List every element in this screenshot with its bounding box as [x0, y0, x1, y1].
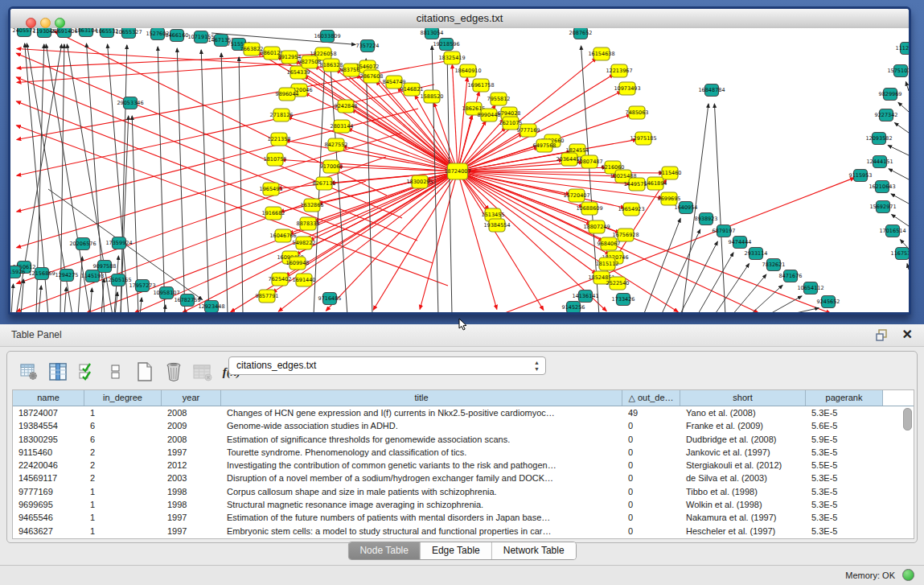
table-row[interactable]: 1830029562008Estimation of significance …: [13, 433, 914, 446]
new-table-icon[interactable]: [134, 361, 155, 382]
network-node[interactable]: 10654112: [797, 282, 823, 295]
network-edge[interactable]: [714, 104, 725, 312]
tab-network-table[interactable]: Network Table: [492, 542, 576, 559]
network-node[interactable]: 9857791: [256, 290, 279, 303]
network-node[interactable]: 1221358: [268, 133, 291, 146]
network-node[interactable]: 1112804: [896, 43, 909, 55]
network-node[interactable]: 16154638: [588, 47, 614, 60]
tab-node-table[interactable]: Node Table: [348, 542, 421, 559]
network-edge[interactable]: [898, 102, 909, 112]
network-edge[interactable]: [643, 218, 680, 312]
network-edge[interactable]: [64, 287, 66, 312]
network-node[interactable]: 9684067: [598, 237, 621, 250]
network-edge[interactable]: [891, 194, 909, 204]
tab-edge-table[interactable]: Edge Table: [421, 542, 492, 559]
network-node[interactable]: 16033809: [314, 31, 340, 43]
network-edge[interactable]: [458, 171, 497, 309]
network-edge[interactable]: [697, 253, 733, 312]
network-node[interactable]: 6497568: [533, 139, 556, 152]
network-edge[interactable]: [661, 229, 700, 312]
network-node[interactable]: 9716485: [318, 293, 342, 305]
select-all-rows-icon[interactable]: [76, 361, 97, 382]
network-node-hub[interactable]: 18724007: [444, 163, 470, 179]
network-edge[interactable]: [458, 171, 831, 312]
network-edge[interactable]: [785, 308, 819, 312]
network-node[interactable]: 2718126: [270, 109, 294, 122]
network-node[interactable]: 18640910: [454, 64, 481, 77]
network-node[interactable]: 2867608: [360, 70, 384, 83]
network-edge[interactable]: [17, 133, 402, 248]
network-node[interactable]: 1588520: [421, 90, 444, 103]
network-node[interactable]: 2522540: [606, 277, 630, 290]
network-node[interactable]: 17359924: [105, 237, 132, 249]
network-node[interactable]: 15692971: [869, 201, 896, 213]
network-node[interactable]: 7357224: [356, 40, 380, 52]
network-node[interactable]: 8267130: [313, 177, 336, 190]
network-node[interactable]: 1640954: [675, 202, 698, 214]
network-node[interactable]: 1609948: [286, 257, 310, 270]
network-edge[interactable]: [680, 241, 717, 312]
window-titlebar[interactable]: citations_edges.txt: [10, 9, 909, 29]
network-node[interactable]: 18807249: [583, 220, 610, 233]
network-node[interactable]: 12975185: [630, 132, 656, 145]
table-row[interactable]: 1872400712008Changes of HCN gene express…: [13, 406, 914, 419]
close-panel-icon[interactable]: ✕: [902, 327, 913, 342]
network-edge[interactable]: [888, 145, 909, 155]
network-node[interactable]: 15751074: [887, 65, 909, 77]
table-scrollbar-thumb[interactable]: [903, 408, 912, 431]
network-edge[interactable]: [177, 48, 185, 312]
table-settings-icon[interactable]: [18, 361, 39, 382]
network-edge[interactable]: [767, 296, 802, 312]
network-node[interactable]: 1294275: [55, 270, 79, 282]
network-node[interactable]: 12093582: [865, 133, 892, 145]
network-edge[interactable]: [895, 123, 909, 133]
table-row[interactable]: 911546021997Tourette syndrome. Phenomeno…: [13, 446, 914, 459]
network-node[interactable]: 17957273: [129, 280, 155, 292]
network-node[interactable]: 10688609: [576, 202, 602, 215]
network-node[interactable]: 16210643: [869, 181, 895, 193]
network-node[interactable]: 16848784: [698, 84, 725, 97]
table-row[interactable]: 946362711997Embryonic stem cells: a mode…: [13, 525, 914, 538]
network-node[interactable]: 12505155: [105, 274, 131, 286]
network-node[interactable]: 1965493: [260, 183, 283, 196]
network-node[interactable]: 18325419: [438, 51, 465, 64]
network-node[interactable]: 2803144: [331, 120, 354, 133]
network-edge[interactable]: [452, 64, 458, 171]
network-node[interactable]: 9115953: [849, 170, 873, 182]
network-node[interactable]: 1167535: [891, 248, 909, 260]
column-header-title[interactable]: title: [221, 390, 622, 406]
network-node[interactable]: 8427552: [325, 138, 348, 151]
network-node[interactable]: 9170065: [320, 160, 343, 173]
network-node[interactable]: 7485063: [626, 106, 649, 119]
network-node[interactable]: 19654923: [618, 203, 644, 216]
unselect-rows-icon[interactable]: [105, 361, 126, 382]
network-node[interactable]: 16961758: [467, 79, 494, 92]
column-header-out_de[interactable]: △ out_de…: [622, 390, 680, 406]
network-node[interactable]: 17016514: [879, 225, 906, 237]
network-node[interactable]: 2087652: [569, 28, 593, 39]
network-node[interactable]: 8938923: [695, 213, 718, 225]
network-node[interactable]: 19218596: [433, 39, 459, 51]
network-node[interactable]: 1815112: [596, 257, 619, 270]
network-node[interactable]: 1691440: [293, 274, 316, 286]
network-edge[interactable]: [749, 285, 782, 312]
network-node[interactable]: 1916682: [262, 207, 285, 220]
network-node[interactable]: 9227342: [875, 109, 898, 122]
network-node[interactable]: 8878335: [297, 217, 320, 230]
network-node[interactable]: 8471676: [779, 270, 803, 282]
network-edge[interactable]: [90, 288, 92, 312]
network-node[interactable]: 7832621: [762, 259, 786, 271]
network-edge[interactable]: [11, 284, 13, 312]
network-edge[interactable]: [39, 286, 41, 312]
network-node[interactable]: 12444151: [866, 156, 893, 168]
network-node[interactable]: 7955812: [487, 93, 511, 105]
network-node[interactable]: 29053346: [117, 97, 143, 109]
table-row[interactable]: 977716911998Corpus callosum shape and si…: [13, 485, 914, 498]
network-edge[interactable]: [906, 82, 909, 91]
network-edge[interactable]: [889, 169, 909, 179]
network-edge[interactable]: [447, 57, 452, 312]
network-edge[interactable]: [17, 109, 418, 212]
network-node[interactable]: 9474444: [729, 237, 752, 249]
network-node[interactable]: 9242848: [335, 100, 358, 113]
network-node[interactable]: 7625402: [269, 273, 292, 286]
